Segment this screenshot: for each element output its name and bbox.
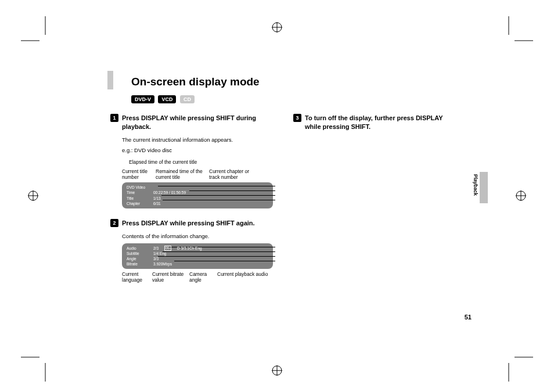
osd1-time-value: 00:22:59 / 01:56:59 — [153, 190, 186, 195]
section-tab-label: Playback — [473, 174, 479, 196]
step-2: 2 Press DISPLAY while pressing SHIFT aga… — [110, 219, 276, 228]
osd2-bitrate-value: 3.920Mbps — [153, 261, 172, 267]
step-3: 3 To turn off the display, further press… — [293, 114, 459, 131]
osd2-audio-label: Audio — [127, 246, 148, 251]
callout-language: Current language — [122, 271, 152, 283]
step-number-1: 1 — [110, 114, 118, 122]
step-2-callouts-bottom: Current language Current bitrate value C… — [122, 271, 273, 283]
osd1-header: DVD Video — [127, 185, 148, 190]
left-column: 1 Press DISPLAY while pressing SHIFT dur… — [110, 114, 276, 283]
callout-bitrate: Current bitrate value — [152, 271, 189, 283]
manual-page: On-screen display mode DVD-V VCD CD 1 Pr… — [110, 75, 459, 283]
osd2-angle-label: Angle — [127, 256, 148, 261]
callout-angle: Camera angle — [189, 271, 217, 283]
step-1-heading: Press DISPLAY while pressing SHIFT durin… — [122, 114, 276, 131]
osd1-time-label: Time — [127, 190, 148, 195]
osd1-chapter-label: Chapter — [127, 201, 148, 206]
dolby-icon: DD — [164, 246, 171, 251]
osd-panel-1: DVD Video Time00:22:59 / 01:56:59 Title1… — [122, 182, 273, 208]
page-title: On-screen display mode — [131, 75, 459, 88]
osd1-chapter-value: 6/31 — [153, 201, 161, 206]
step-1-callouts-top: Elapsed time of the current title Curren… — [122, 159, 268, 180]
step-3-heading: To turn off the display, further press D… — [305, 114, 459, 131]
callout-audio: Current playback audio — [217, 271, 269, 283]
step-2-heading: Press DISPLAY while pressing SHIFT again… — [122, 219, 255, 228]
section-tab-bg — [480, 172, 488, 203]
format-badges: DVD-V VCD CD — [131, 93, 459, 103]
osd2-subtitle-value: 1/4 Eng — [153, 251, 166, 256]
callout-title-number: Current title number — [122, 168, 156, 180]
callout-elapsed: Elapsed time of the current title — [129, 159, 268, 165]
osd2-audio-value2: D 3/3.1Ch Eng — [177, 246, 202, 251]
osd2-angle-value: 3/3 — [153, 256, 159, 261]
step-2-body: Contents of the information change. — [122, 232, 276, 240]
step-1-body: The current instructional information ap… — [122, 136, 276, 143]
step-1-example: e.g.: DVD video disc — [122, 147, 276, 153]
osd2-subtitle-label: Subtitle — [127, 251, 148, 256]
step-number-2: 2 — [110, 219, 118, 227]
osd1-title-value: 1/13 — [153, 196, 161, 201]
osd1-title-label: Title — [127, 196, 148, 201]
page-number: 51 — [465, 314, 472, 321]
osd-panel-2: Audio2/3DDD 3/3.1Ch Eng Subtitle1/4 Eng … — [122, 243, 273, 269]
osd2-audio-value: 2/3 — [153, 246, 159, 251]
badge-dvdv: DVD-V — [131, 95, 154, 103]
step-1: 1 Press DISPLAY while pressing SHIFT dur… — [110, 114, 276, 131]
step-number-3: 3 — [293, 114, 301, 122]
badge-vcd: VCD — [158, 95, 176, 103]
callout-remain-time: Remained time of the current title — [156, 168, 209, 180]
right-column: 3 To turn off the display, further press… — [293, 114, 459, 283]
badge-cd: CD — [180, 95, 195, 103]
osd2-bitrate-label: Bitrate — [127, 261, 148, 267]
callout-chapter: Current chapter or track number — [209, 168, 256, 180]
